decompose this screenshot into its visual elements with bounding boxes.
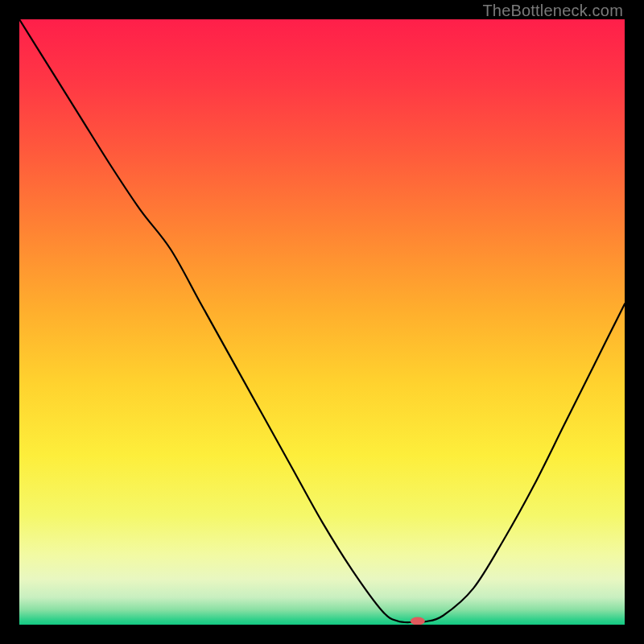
chart-frame	[19, 19, 625, 625]
watermark-text: TheBottleneck.com	[482, 2, 623, 20]
gradient-bg	[19, 19, 625, 625]
bottleneck-chart	[19, 19, 625, 625]
